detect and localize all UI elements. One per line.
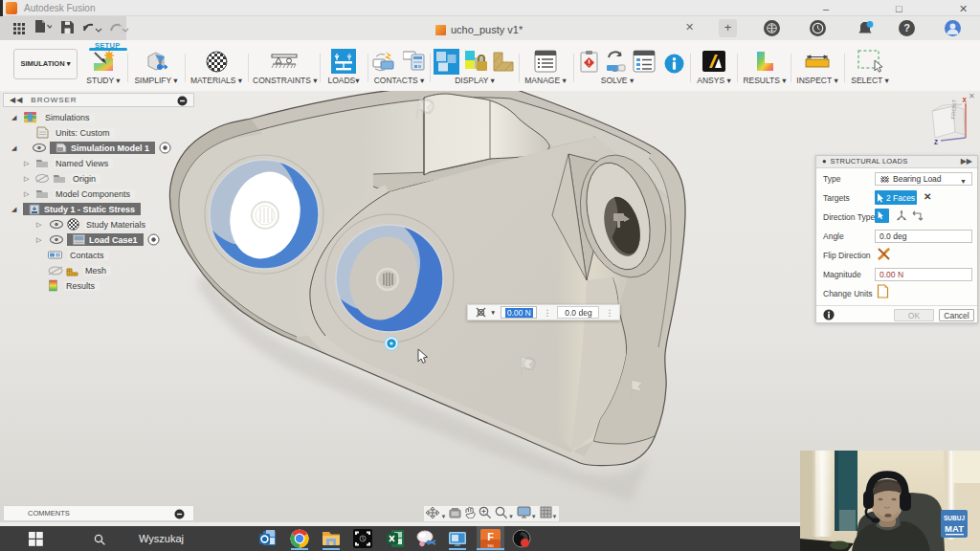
svg-text:360: 360 [487, 543, 494, 548]
svg-text:F: F [487, 531, 494, 542]
svg-text:Z: Z [934, 139, 938, 145]
svg-text:SUBUJ: SUBUJ [944, 515, 965, 521]
svg-text:MAT: MAT [945, 523, 964, 534]
svg-text:X: X [963, 97, 968, 103]
